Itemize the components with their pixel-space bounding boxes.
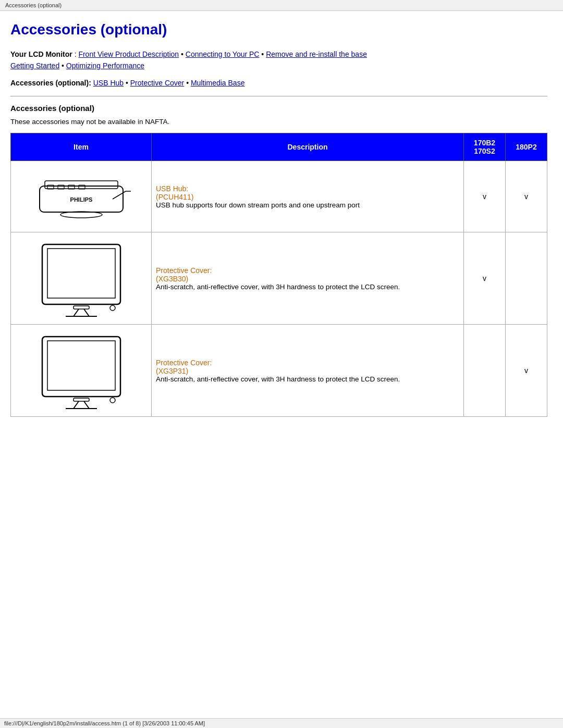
item-image-cover-b30 bbox=[11, 232, 152, 325]
desc-body-cover-b30: Anti-scratch, anti-reflective cover, wit… bbox=[156, 283, 400, 291]
tab-label: Accessories (optional) bbox=[5, 2, 62, 8]
nav-link-optimizing[interactable]: Optimizing Performance bbox=[66, 61, 144, 70]
item-image-usb-hub: PHILIPS bbox=[11, 161, 152, 232]
svg-line-20 bbox=[74, 401, 79, 409]
svg-point-16 bbox=[110, 305, 115, 311]
nav-link-usb-hub[interactable]: USB Hub bbox=[93, 79, 124, 87]
svg-rect-18 bbox=[47, 341, 115, 390]
check-170-cover-p31 bbox=[464, 325, 506, 417]
col-header-item: Item bbox=[11, 133, 152, 161]
desc-cover-b30: Protective Cover: (XG3B30) Anti-scratch,… bbox=[152, 232, 464, 325]
accessories-nav-label: Accessories (optional): bbox=[10, 79, 91, 87]
usb-hub-icon: PHILIPS bbox=[29, 165, 133, 228]
svg-rect-11 bbox=[47, 249, 115, 298]
desc-code-usb-hub: (PCUH411) bbox=[156, 193, 193, 201]
nav-link-protective-cover[interactable]: Protective Cover bbox=[130, 79, 184, 87]
status-bar: file:///D|/K1/english/180p2m/install/acc… bbox=[0, 718, 563, 728]
table-row: Protective Cover: (XG3P31) Anti-scratch,… bbox=[11, 325, 547, 417]
desc-title-usb-hub: USB Hub: bbox=[156, 184, 188, 193]
col-header-180: 180P2 bbox=[506, 133, 547, 161]
col-header-170: 170B2 170S2 bbox=[464, 133, 506, 161]
nav-link-getting-started[interactable]: Getting Started bbox=[10, 61, 59, 70]
check-170-usb-hub: v bbox=[464, 161, 506, 232]
check-180-cover-b30 bbox=[506, 232, 547, 325]
svg-rect-17 bbox=[42, 337, 120, 397]
accessories-nav: Accessories (optional): USB Hub • Protec… bbox=[10, 77, 547, 89]
page-title: Accessories (optional) bbox=[10, 21, 547, 38]
section-heading: Accessories (optional) bbox=[10, 104, 547, 113]
check-180-cover-p31: v bbox=[506, 325, 547, 417]
desc-body-usb-hub: USB hub supports four down stream ports … bbox=[156, 201, 360, 209]
nav-link-remove[interactable]: Remove and re-install the base bbox=[266, 50, 367, 58]
monitor-icon-2 bbox=[29, 329, 133, 412]
table-row: PHILIPS USB Hub: (PCUH411) USB hub suppo… bbox=[11, 161, 547, 232]
nav-link-connecting[interactable]: Connecting to Your PC bbox=[186, 50, 260, 58]
item-image-cover-p31 bbox=[11, 325, 152, 417]
nav-links: Your LCD Monitor : Front View Product De… bbox=[10, 48, 547, 72]
svg-rect-12 bbox=[74, 306, 89, 309]
svg-rect-10 bbox=[42, 244, 120, 304]
svg-line-13 bbox=[74, 309, 79, 316]
monitor-icon-1 bbox=[29, 237, 133, 320]
desc-cover-p31: Protective Cover: (XG3P31) Anti-scratch,… bbox=[152, 325, 464, 417]
desc-code-cover-p31: (XG3P31) bbox=[156, 367, 188, 375]
accessories-table: Item Description 170B2 170S2 180P2 bbox=[10, 133, 547, 417]
svg-point-23 bbox=[110, 398, 115, 403]
svg-rect-19 bbox=[74, 398, 89, 401]
browser-tab: Accessories (optional) bbox=[0, 0, 563, 11]
desc-code-cover-b30: (XG3B30) bbox=[156, 275, 188, 283]
desc-body-cover-p31: Anti-scratch, anti-reflective cover, wit… bbox=[156, 375, 400, 383]
svg-line-14 bbox=[84, 309, 89, 316]
nav-link-multimedia-base[interactable]: Multimedia Base bbox=[191, 79, 245, 87]
table-row: Protective Cover: (XG3B30) Anti-scratch,… bbox=[11, 232, 547, 325]
check-170-cover-b30: v bbox=[464, 232, 506, 325]
desc-title-cover-b30: Protective Cover: bbox=[156, 266, 212, 275]
nav-link-front-view[interactable]: Front View Product Description bbox=[78, 50, 179, 58]
svg-text:PHILIPS: PHILIPS bbox=[70, 196, 92, 203]
page-content: Accessories (optional) Your LCD Monitor … bbox=[0, 11, 563, 427]
status-text: file:///D|/K1/english/180p2m/install/acc… bbox=[4, 720, 205, 726]
desc-usb-hub: USB Hub: (PCUH411) USB hub supports four… bbox=[152, 161, 464, 232]
col-header-desc: Description bbox=[152, 133, 464, 161]
desc-title-cover-p31: Protective Cover: bbox=[156, 359, 212, 367]
svg-line-21 bbox=[84, 401, 89, 409]
svg-line-8 bbox=[113, 191, 126, 199]
section-divider bbox=[10, 96, 547, 96]
intro-text: These accessories may not be available i… bbox=[10, 118, 547, 126]
nav-monitor-label: Your LCD Monitor bbox=[10, 50, 72, 58]
check-180-usb-hub: v bbox=[506, 161, 547, 232]
